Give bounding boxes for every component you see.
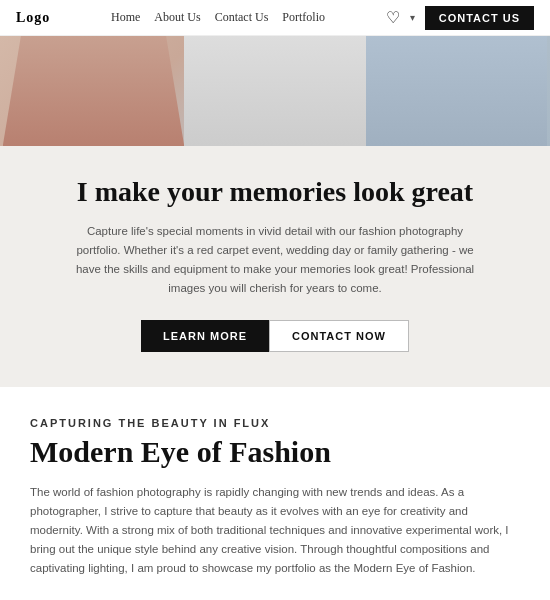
section-beauty: CAPTURING THE BEAUTY IN FLUX Modern Eye … (0, 387, 550, 600)
hero-figure-3 (366, 36, 548, 146)
nav-right: ♡ ▾ CONTACT US (386, 6, 534, 30)
contact-us-button[interactable]: CONTACT US (425, 6, 534, 30)
hero-image (0, 36, 550, 146)
hero-figures (0, 36, 550, 146)
hero-figure-2 (184, 36, 366, 146)
hero-buttons: LEARN MORE CONTACT NOW (60, 320, 490, 352)
navbar: Logo Home About Us Contact Us Portfolio … (0, 0, 550, 36)
hero-title: I make your memories look great (60, 176, 490, 208)
hero-figure-1 (3, 36, 185, 146)
contact-now-button[interactable]: CONTACT NOW (269, 320, 409, 352)
section-description: The world of fashion photography is rapi… (30, 483, 510, 578)
section-title: Modern Eye of Fashion (30, 435, 520, 469)
chevron-down-icon[interactable]: ▾ (410, 12, 415, 23)
section-tag: CAPTURING THE BEAUTY IN FLUX (30, 417, 520, 429)
nav-portfolio[interactable]: Portfolio (282, 10, 325, 25)
nav-links: Home About Us Contact Us Portfolio (111, 10, 325, 25)
learn-more-button[interactable]: LEARN MORE (141, 320, 269, 352)
heart-icon[interactable]: ♡ (386, 8, 400, 27)
hero-text-section: I make your memories look great Capture … (0, 146, 550, 387)
nav-contact[interactable]: Contact Us (215, 10, 269, 25)
hero-description: Capture life's special moments in vivid … (65, 222, 485, 298)
logo: Logo (16, 10, 50, 26)
nav-about[interactable]: About Us (154, 10, 200, 25)
nav-home[interactable]: Home (111, 10, 140, 25)
